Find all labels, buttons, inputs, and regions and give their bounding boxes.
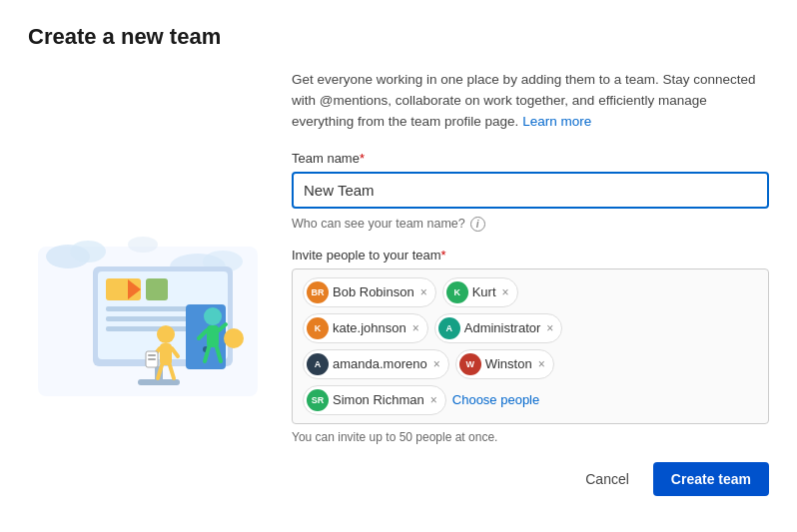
- name-kurt: Kurt: [472, 284, 496, 299]
- remove-bob[interactable]: ×: [420, 285, 427, 299]
- name-winston: Winston: [485, 356, 532, 371]
- avatar-kate: K: [307, 317, 329, 339]
- people-row-4: SR Simon Richman × Choose people: [303, 385, 758, 415]
- name-bob: Bob Robinson: [333, 284, 414, 299]
- team-name-input[interactable]: [292, 172, 769, 209]
- form-panel: Get everyone working in one place by add…: [292, 70, 769, 512]
- illustration-panel: [28, 70, 268, 512]
- remove-simon[interactable]: ×: [430, 393, 437, 407]
- footer-buttons: Cancel Create team: [292, 462, 769, 496]
- svg-point-33: [224, 328, 244, 348]
- people-row-3: A amanda.moreno × W Winston ×: [303, 349, 758, 379]
- avatar-administrator: A: [438, 317, 460, 339]
- name-simon: Simon Richman: [333, 392, 424, 407]
- name-kate: kate.johnson: [333, 320, 406, 335]
- svg-rect-10: [146, 278, 168, 300]
- svg-point-18: [157, 325, 175, 343]
- description-text: Get everyone working in one place by add…: [292, 70, 769, 133]
- people-row-2: K kate.johnson × A Administrator ×: [303, 313, 758, 343]
- remove-winston[interactable]: ×: [538, 357, 545, 371]
- avatar-bob: BR: [307, 281, 329, 303]
- remove-administrator[interactable]: ×: [546, 321, 553, 335]
- people-row-1: BR Bob Robinson × K Kurt ×: [303, 277, 758, 307]
- svg-rect-19: [160, 343, 172, 365]
- avatar-simon: SR: [307, 389, 329, 411]
- tag-bob-robinson: BR Bob Robinson ×: [303, 277, 436, 307]
- remove-kurt[interactable]: ×: [502, 285, 509, 299]
- svg-rect-26: [148, 358, 156, 360]
- learn-more-link[interactable]: Learn more: [522, 114, 591, 129]
- info-icon[interactable]: i: [470, 217, 485, 232]
- name-administrator: Administrator: [464, 320, 541, 335]
- tag-administrator: A Administrator ×: [434, 313, 563, 343]
- tag-kate: K kate.johnson ×: [303, 313, 428, 343]
- svg-rect-28: [207, 325, 219, 347]
- svg-point-5: [128, 237, 158, 253]
- page-title: Create a new team: [28, 24, 769, 50]
- cancel-button[interactable]: Cancel: [571, 463, 643, 495]
- tag-kurt: K Kurt ×: [442, 277, 518, 307]
- invite-hint: You can invite up to 50 people at once.: [292, 430, 769, 444]
- avatar-kurt: K: [446, 281, 468, 303]
- remove-kate[interactable]: ×: [412, 321, 419, 335]
- tag-winston: W Winston ×: [455, 349, 554, 379]
- svg-rect-25: [148, 354, 156, 356]
- name-amanda: amanda.moreno: [333, 356, 427, 371]
- avatar-amanda: A: [307, 353, 329, 375]
- svg-rect-12: [106, 316, 196, 321]
- svg-point-2: [70, 241, 106, 263]
- tag-simon: SR Simon Richman ×: [303, 385, 446, 415]
- tag-amanda: A amanda.moreno ×: [303, 349, 449, 379]
- svg-point-27: [204, 307, 222, 325]
- invite-label: Invite people to your team*: [292, 248, 769, 263]
- people-box: BR Bob Robinson × K Kurt × K kate.johnso…: [292, 268, 769, 424]
- choose-people[interactable]: Choose people: [452, 392, 539, 407]
- remove-amanda[interactable]: ×: [433, 357, 440, 371]
- who-can-see: Who can see your team name? i: [292, 217, 769, 232]
- create-team-button[interactable]: Create team: [653, 462, 769, 496]
- team-name-label: Team name*: [292, 151, 769, 166]
- avatar-winston: W: [459, 353, 481, 375]
